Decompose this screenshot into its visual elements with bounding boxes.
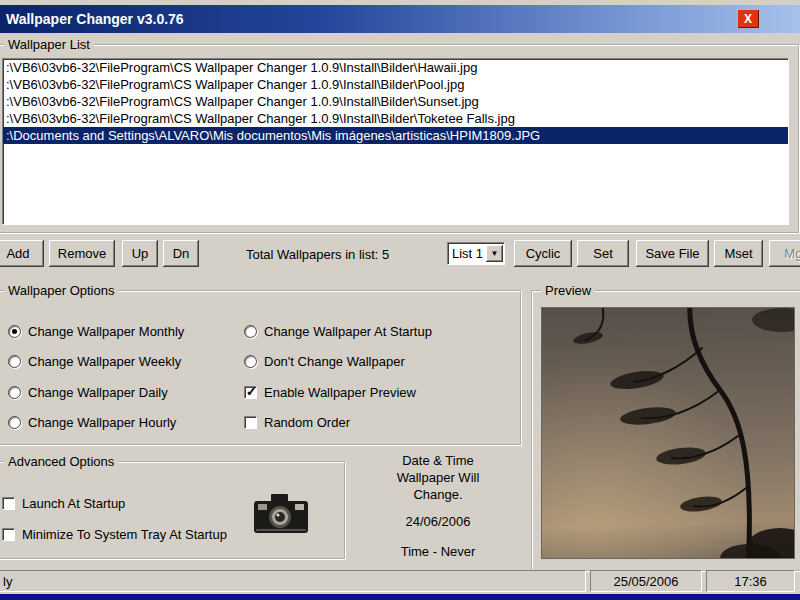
advanced-options-group-label: Advanced Options [4,454,118,469]
radio-change-wallpaper-monthly[interactable]: Change Wallpaper Monthly [8,324,184,339]
wallpaper-list-item[interactable]: :\VB6\03vb6-32\FileProgram\CS Wallpaper … [3,93,788,110]
close-button[interactable]: X [737,9,759,28]
radio-change-wallpaper-weekly[interactable]: Change Wallpaper Weekly [8,354,181,369]
checkbox-icon [2,497,15,510]
checkbox-launch-at-startup[interactable]: Launch At Startup [2,496,125,511]
radio-label: Change Wallpaper Weekly [28,354,181,369]
close-icon: X [744,12,752,26]
list-selector[interactable]: List 1 ▼ [447,242,505,265]
radio-icon [244,325,257,338]
checkbox-icon [244,416,257,429]
checkbox-label: Launch At Startup [22,496,125,511]
radio-icon [8,355,21,368]
preview-group-label: Preview [541,283,595,298]
radio-label: Change Wallpaper Hourly [28,415,176,430]
schedule-note-line2: Wallpaper Will [360,469,516,486]
wallpaper-list-group-label: Wallpaper List [4,37,94,52]
wallpaper-list-item[interactable]: :\VB6\03vb6-32\FileProgram\CS Wallpaper … [3,59,788,76]
cyclic-button[interactable]: Cyclic [514,240,572,267]
radio-icon [8,325,21,338]
wallpaper-list-item[interactable]: :\VB6\03vb6-32\FileProgram\CS Wallpaper … [3,110,788,127]
chevron-down-icon: ▼ [491,249,499,258]
wallpaper-list-item[interactable]: :\VB6\03vb6-32\FileProgram\CS Wallpaper … [3,76,788,93]
status-time: 17:36 [706,570,795,592]
status-message: ly [0,570,586,592]
wallpaper-preview-image [541,307,795,559]
radio-icon [244,355,257,368]
mge-button[interactable]: Mge [769,240,800,267]
remove-button[interactable]: Remove [49,240,115,267]
title-bar[interactable]: Wallpaper Changer v3.0.76 [0,5,800,33]
checkbox-enable-wallpaper-preview[interactable]: Enable Wallpaper Preview [244,385,416,400]
radio-label: Change Wallpaper Daily [28,385,168,400]
wallpaper-list-group: Wallpaper List :\VB6\03vb6-32\FileProgra… [0,44,800,234]
schedule-info: Date & Time Wallpaper Will Change. 24/06… [360,452,516,560]
radio-label: Don't Change Wallpaper [264,354,405,369]
up-button[interactable]: Up [122,240,158,267]
mset-button[interactable]: Mset [714,240,763,267]
radio-change-wallpaper-hourly[interactable]: Change Wallpaper Hourly [8,415,176,430]
taskbar-strip [0,594,800,600]
add-button[interactable]: Add [0,240,44,267]
checkbox-label: Random Order [264,415,350,430]
checkbox-icon [2,528,15,541]
checkbox-random-order[interactable]: Random Order [244,415,350,430]
schedule-note-line1: Date & Time [360,452,516,469]
checkbox-label: Minimize To System Tray At Startup [22,527,227,542]
list-selector-dropdown-button[interactable]: ▼ [486,245,503,262]
radio-dont-change-wallpaper[interactable]: Don't Change Wallpaper [244,354,405,369]
tree-branches-silhouette [542,308,795,559]
wallpaper-list-item-selected[interactable]: :\Documents and Settings\ALVARO\Mis docu… [3,127,788,144]
wallpaper-options-group-label: Wallpaper Options [4,283,118,298]
total-wallpapers-label: Total Wallpapers in list: 5 [246,247,389,262]
radio-label: Change Wallpaper At Startup [264,324,432,339]
radio-change-wallpaper-daily[interactable]: Change Wallpaper Daily [8,385,168,400]
window-title: Wallpaper Changer v3.0.76 [0,11,184,27]
list-selector-value: List 1 [448,246,486,261]
schedule-note-line3: Change. [360,486,516,503]
status-date: 25/05/2006 [590,570,702,592]
schedule-date: 24/06/2006 [360,513,516,530]
radio-icon [8,416,21,429]
checkbox-icon [244,386,257,399]
preview-group: Preview [531,290,800,572]
schedule-time: Time - Never [360,543,516,560]
radio-icon [8,386,21,399]
radio-change-wallpaper-at-startup[interactable]: Change Wallpaper At Startup [244,324,432,339]
checkbox-minimize-to-tray[interactable]: Minimize To System Tray At Startup [2,527,227,542]
camera-icon [252,485,310,541]
dn-button[interactable]: Dn [163,240,199,267]
wallpaper-listbox[interactable]: :\VB6\03vb6-32\FileProgram\CS Wallpaper … [2,58,789,225]
set-button[interactable]: Set [577,240,629,267]
wallpaper-changer-window: Wallpaper Changer v3.0.76 X Wallpaper Li… [0,0,800,600]
save-file-button[interactable]: Save File [636,240,709,267]
radio-label: Change Wallpaper Monthly [28,324,184,339]
checkbox-label: Enable Wallpaper Preview [264,385,416,400]
